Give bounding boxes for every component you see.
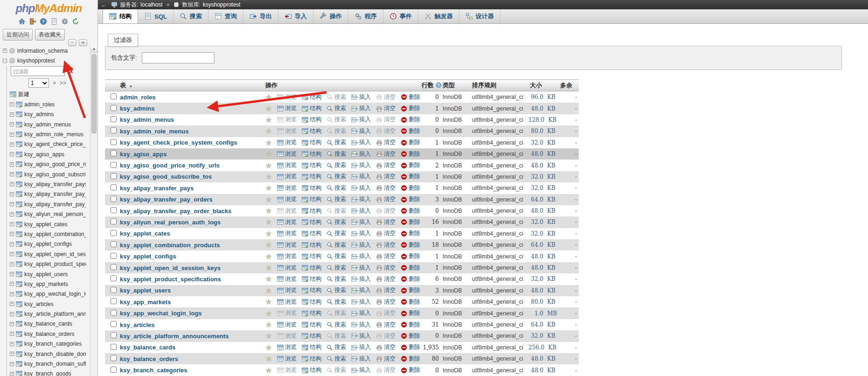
tree-table-item[interactable]: +ksy_alipay_transfer_pay_order_blacks (7, 199, 90, 209)
structure-link[interactable]: 结构 (302, 241, 321, 249)
drop-link[interactable]: 删除 (401, 93, 420, 101)
collation-cell[interactable]: utf8mb4_general_ci (470, 216, 528, 228)
empty-link[interactable]: 清空 (376, 230, 396, 237)
drop-link[interactable]: 删除 (401, 264, 420, 272)
browse-link[interactable]: 浏览 (277, 184, 297, 192)
insert-link[interactable]: 插入 (351, 321, 371, 329)
browse-link[interactable]: 浏览 (277, 230, 297, 237)
search-link[interactable]: 搜索 (326, 195, 346, 203)
expand-icon[interactable]: + (10, 342, 14, 346)
empty-link[interactable]: 清空 (376, 355, 396, 363)
tree-table-item[interactable]: +ksy_balance_orders (7, 329, 90, 339)
expand-icon[interactable]: + (10, 152, 14, 156)
row-select-checkbox[interactable] (111, 310, 117, 316)
header-table[interactable]: 表▲ (118, 80, 264, 91)
favorite-star-icon[interactable] (265, 94, 272, 100)
tree-table-item[interactable]: +ksy_applet_open_id_session_keys (7, 249, 90, 259)
drop-link[interactable]: 删除 (401, 286, 420, 294)
drop-link[interactable]: 删除 (401, 195, 420, 203)
tree-table-name[interactable]: admin_roles (24, 101, 55, 108)
insert-link[interactable]: 插入 (351, 332, 371, 340)
insert-link[interactable]: 插入 (351, 93, 371, 101)
row-select-checkbox[interactable] (111, 332, 117, 338)
tree-table-name[interactable]: ksy_applet_open_id_session_keys (24, 251, 86, 258)
tree-table-item[interactable]: +ksy_articles (7, 299, 90, 309)
drop-link[interactable]: 删除 (401, 252, 420, 260)
empty-link[interactable]: 清空 (376, 252, 396, 260)
tree-table-item[interactable]: +ksy_agent_check_price_system_configs (7, 139, 90, 149)
favorite-star-icon[interactable] (265, 265, 272, 271)
link-panel-icon[interactable]: ∞ (79, 39, 87, 46)
insert-link[interactable]: 插入 (351, 343, 371, 351)
search-link[interactable]: 搜索 (326, 139, 346, 146)
tab-structure[interactable]: 结构 (103, 9, 138, 23)
collation-cell[interactable]: utf8mb4_general_ci (470, 228, 528, 239)
search-link[interactable]: 搜索 (326, 218, 346, 226)
scrollbar-thumb[interactable] (91, 54, 97, 133)
expand-icon[interactable]: + (10, 252, 14, 256)
favorite-star-icon[interactable] (265, 196, 272, 203)
favorite-star-icon[interactable] (265, 299, 272, 305)
page-last-link[interactable]: >> (60, 80, 66, 86)
expand-icon[interactable]: + (10, 162, 14, 167)
tree-filter-input[interactable] (11, 66, 65, 76)
row-select-checkbox[interactable] (111, 241, 117, 247)
drop-link[interactable]: 删除 (401, 298, 420, 306)
search-link[interactable]: 搜索 (326, 321, 346, 329)
expand-icon[interactable]: + (3, 49, 7, 53)
expand-icon[interactable]: + (10, 312, 14, 316)
structure-link[interactable]: 结构 (302, 355, 321, 363)
new-table-item[interactable]: 新建 (7, 90, 90, 99)
empty-link[interactable]: 清空 (376, 150, 396, 158)
favorite-star-icon[interactable] (265, 162, 272, 169)
row-select-checkbox[interactable] (111, 287, 117, 293)
expand-icon[interactable]: + (10, 282, 14, 286)
tree-table-name[interactable]: ksy_admins (24, 111, 54, 118)
tree-table-name[interactable]: ksy_applet_product_specifications (24, 261, 86, 267)
tree-table-item[interactable]: +ksy_agiso_good_price_notify_urls (7, 160, 90, 169)
expand-icon[interactable]: + (10, 192, 14, 196)
structure-link[interactable]: 结构 (302, 195, 321, 203)
insert-link[interactable]: 插入 (351, 127, 371, 135)
scroll-up-icon[interactable]: ▲ (90, 46, 97, 53)
search-link[interactable]: 搜索 (326, 161, 346, 169)
reload-icon[interactable] (72, 18, 79, 25)
collation-cell[interactable]: utf8mb4_general_ci (470, 91, 528, 103)
structure-link[interactable]: 结构 (302, 139, 321, 146)
browse-link[interactable]: 浏览 (277, 275, 297, 283)
expand-icon[interactable]: + (10, 182, 14, 186)
favorite-star-icon[interactable] (265, 355, 272, 362)
collation-cell[interactable]: utf8mb4_general_ci (470, 251, 528, 262)
structure-link[interactable]: 结构 (302, 343, 321, 351)
browse-link[interactable]: 浏览 (277, 207, 297, 215)
table-name-link[interactable]: ksy_app_wechat_login_logs (120, 310, 202, 317)
browse-link[interactable]: 浏览 (277, 264, 297, 272)
drop-link[interactable]: 删除 (401, 355, 420, 363)
tree-table-item[interactable]: +ksy_branch_goods (7, 369, 90, 376)
collation-cell[interactable]: utf8mb4_general_ci (470, 137, 528, 148)
favorite-star-icon[interactable] (265, 208, 272, 214)
collation-cell[interactable]: utf8mb4_general_ci (470, 182, 528, 194)
structure-link[interactable]: 结构 (302, 173, 321, 181)
expand-icon[interactable]: + (10, 372, 14, 376)
empty-link[interactable]: 清空 (376, 104, 396, 112)
browse-link[interactable]: 浏览 (277, 173, 297, 181)
tree-table-item[interactable]: +ksy_app_markets (7, 279, 90, 289)
tree-table-item[interactable]: +ksy_branch_categories (7, 339, 90, 349)
tree-table-item[interactable]: +ksy_agiso_good_subscribe_tos (7, 169, 90, 179)
browse-link[interactable]: 浏览 (277, 355, 297, 363)
insert-link[interactable]: 插入 (351, 116, 371, 124)
empty-link[interactable]: 清空 (376, 343, 396, 351)
structure-link[interactable]: 结构 (302, 116, 321, 124)
tree-table-item[interactable]: +ksy_article_platform_announcements (7, 309, 90, 319)
tree-table-name[interactable]: ksy_article_platform_announcements (24, 311, 86, 317)
expand-icon[interactable]: + (10, 262, 14, 266)
db-name[interactable]: information_schema (17, 48, 68, 54)
empty-link[interactable]: 清空 (376, 264, 396, 272)
tab-import[interactable]: 导入 (278, 9, 313, 23)
expand-icon[interactable]: + (10, 272, 14, 276)
favorite-star-icon[interactable] (265, 367, 272, 374)
expand-icon[interactable]: + (10, 142, 14, 146)
search-link[interactable]: 搜索 (326, 343, 346, 351)
tree-table-item[interactable]: +ksy_app_wechat_login_logs (7, 289, 90, 299)
